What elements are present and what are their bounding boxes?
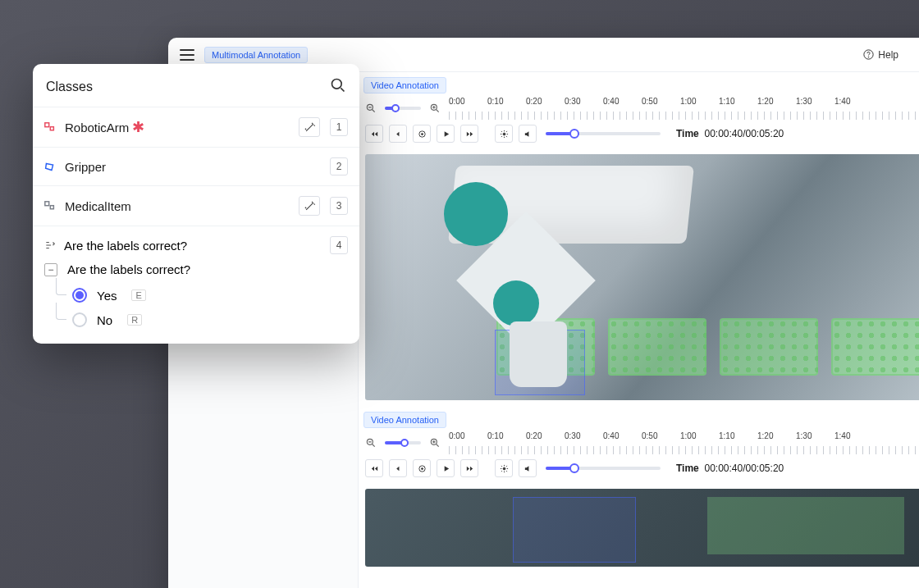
svg-point-22 bbox=[332, 80, 342, 89]
class-row-gripper[interactable]: Gripper 2 bbox=[33, 147, 359, 185]
class-name: RoboticArm bbox=[65, 121, 129, 134]
class-name: MedicalItem bbox=[65, 199, 289, 213]
zoom-in-icon[interactable] bbox=[429, 437, 441, 449]
required-icon: ✱ bbox=[132, 119, 144, 135]
settings-button[interactable] bbox=[495, 459, 513, 477]
option-label: Yes bbox=[97, 289, 117, 303]
step-back-button[interactable] bbox=[389, 125, 407, 143]
shortcut-key: 1 bbox=[330, 118, 348, 136]
shortcut-key: 4 bbox=[330, 236, 348, 254]
product-tag: Multimodal Annotation bbox=[204, 47, 308, 63]
option-yes[interactable]: Yes E bbox=[44, 283, 348, 308]
svg-point-16 bbox=[503, 133, 505, 135]
volume-slider[interactable] bbox=[546, 132, 661, 135]
class-name: Gripper bbox=[65, 160, 320, 174]
classes-panel: Classes RoboticArm✱ 1 Gripper 2 MedicalI… bbox=[33, 64, 359, 344]
svg-rect-26 bbox=[50, 205, 53, 208]
option-hotkey: E bbox=[131, 289, 145, 301]
svg-rect-25 bbox=[45, 201, 49, 205]
help-icon bbox=[862, 48, 875, 61]
time-display: Time 00:00:40/00:05:20 bbox=[676, 128, 784, 139]
zoom-slider[interactable] bbox=[385, 107, 421, 110]
radio-selected-icon[interactable] bbox=[72, 288, 87, 303]
magic-wand-icon[interactable] bbox=[299, 196, 320, 216]
classification-question-block: Are the labels correct? 4 − Are the labe… bbox=[33, 226, 359, 344]
tick-labels: 0:000:100:200:300:400:501:001:101:201:30… bbox=[449, 431, 919, 440]
zoom-slider[interactable] bbox=[385, 441, 421, 444]
video-frame-2[interactable] bbox=[365, 489, 919, 567]
volume-button[interactable] bbox=[519, 125, 537, 143]
radio-unselected-icon[interactable] bbox=[72, 312, 87, 327]
shortcut-key: 2 bbox=[330, 157, 348, 175]
svg-rect-23 bbox=[45, 122, 49, 126]
question-text: Are the labels correct? bbox=[67, 262, 190, 276]
play-button[interactable] bbox=[437, 125, 455, 143]
class-row-roboticarm[interactable]: RoboticArm✱ 1 bbox=[33, 107, 359, 147]
svg-point-20 bbox=[421, 467, 423, 470]
help-button[interactable]: Help bbox=[862, 48, 898, 61]
option-no[interactable]: No R bbox=[44, 308, 348, 332]
video-annotation-tag: Video Annotation bbox=[363, 77, 446, 93]
zoom-in-icon[interactable] bbox=[429, 103, 441, 114]
polygon-icon bbox=[44, 162, 55, 172]
class-row-medicalitem[interactable]: MedicalItem 3 bbox=[33, 185, 359, 226]
timeline-1: 0:000:100:200:300:400:501:001:101:201:30… bbox=[359, 93, 919, 148]
collapse-icon[interactable]: − bbox=[44, 263, 57, 276]
volume-button[interactable] bbox=[519, 459, 537, 477]
shortcut-key: 3 bbox=[330, 197, 348, 215]
classification-label: Are the labels correct? bbox=[64, 239, 322, 253]
bbox-icon bbox=[44, 201, 55, 212]
play-button[interactable] bbox=[437, 459, 455, 477]
fast-forward-button[interactable] bbox=[460, 459, 478, 477]
classification-row[interactable]: Are the labels correct? 4 bbox=[44, 226, 348, 254]
svg-point-15 bbox=[421, 133, 423, 135]
bbox-icon bbox=[44, 122, 55, 133]
video-annotation-tag: Video Annotation bbox=[363, 412, 446, 428]
stop-button[interactable] bbox=[413, 459, 431, 477]
option-label: No bbox=[97, 313, 112, 327]
help-label: Help bbox=[878, 49, 898, 61]
step-back-button[interactable] bbox=[389, 459, 407, 477]
rewind-button[interactable] bbox=[365, 459, 383, 477]
option-hotkey: R bbox=[127, 314, 142, 326]
main-column: Video Annotation 0:000:100:200:300:400:5… bbox=[359, 72, 919, 588]
volume-slider[interactable] bbox=[546, 467, 661, 470]
stop-button[interactable] bbox=[413, 125, 431, 143]
tick-labels: 0:000:100:200:300:400:501:001:101:201:30… bbox=[449, 97, 919, 106]
classification-icon bbox=[44, 239, 56, 251]
svg-rect-24 bbox=[50, 126, 53, 130]
zoom-out-icon[interactable] bbox=[365, 103, 377, 114]
annotation-box[interactable] bbox=[513, 497, 636, 563]
rewind-button[interactable] bbox=[365, 125, 383, 143]
time-ruler[interactable]: 0:000:100:200:300:400:501:001:101:201:30… bbox=[449, 431, 919, 454]
zoom-out-icon[interactable] bbox=[365, 437, 377, 449]
time-ruler[interactable]: 0:000:100:200:300:400:501:001:101:201:30… bbox=[449, 97, 919, 120]
fast-forward-button[interactable] bbox=[460, 125, 478, 143]
classes-panel-title: Classes bbox=[46, 80, 93, 94]
svg-point-1 bbox=[868, 57, 869, 57]
magic-wand-icon[interactable] bbox=[299, 117, 320, 137]
search-icon[interactable] bbox=[330, 77, 346, 97]
settings-button[interactable] bbox=[495, 125, 513, 143]
time-display: Time 00:00:40/00:05:20 bbox=[676, 463, 784, 474]
svg-point-21 bbox=[503, 467, 505, 470]
hamburger-menu-icon[interactable] bbox=[180, 49, 194, 61]
video-frame-1[interactable] bbox=[365, 154, 919, 400]
timeline-2: 0:000:100:200:300:400:501:001:101:201:30… bbox=[359, 428, 919, 482]
